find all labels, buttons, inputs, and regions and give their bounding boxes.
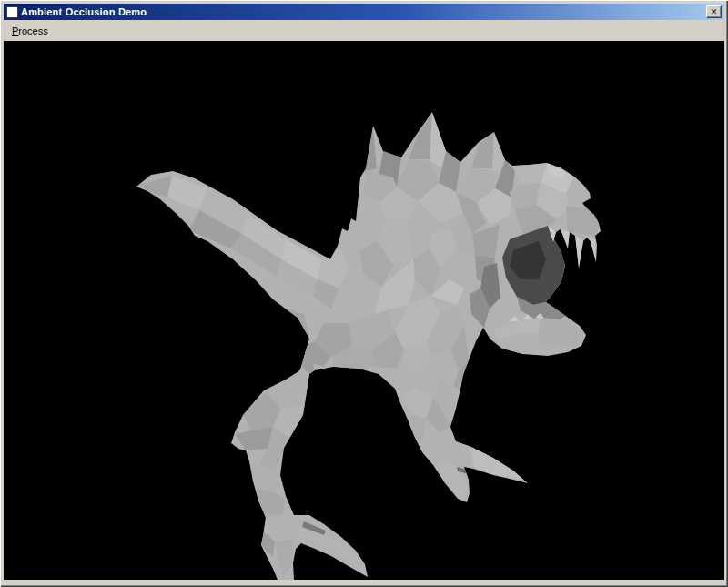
menu-bar: Process [4,20,724,41]
menu-item-process[interactable]: Process [5,23,55,39]
viewport-3d[interactable] [4,41,724,580]
screen: Ambient Occlusion Demo ✕ Process [0,0,728,587]
application-icon[interactable] [6,6,18,18]
title-bar[interactable]: Ambient Occlusion Demo ✕ [4,4,724,20]
window-title: Ambient Occlusion Demo [21,4,703,20]
close-button[interactable]: ✕ [706,5,722,18]
menu-process-rest: rocess [18,25,47,36]
close-icon: ✕ [711,8,718,16]
window-frame: Ambient Occlusion Demo ✕ Process [0,0,728,587]
model-svg [4,41,724,580]
